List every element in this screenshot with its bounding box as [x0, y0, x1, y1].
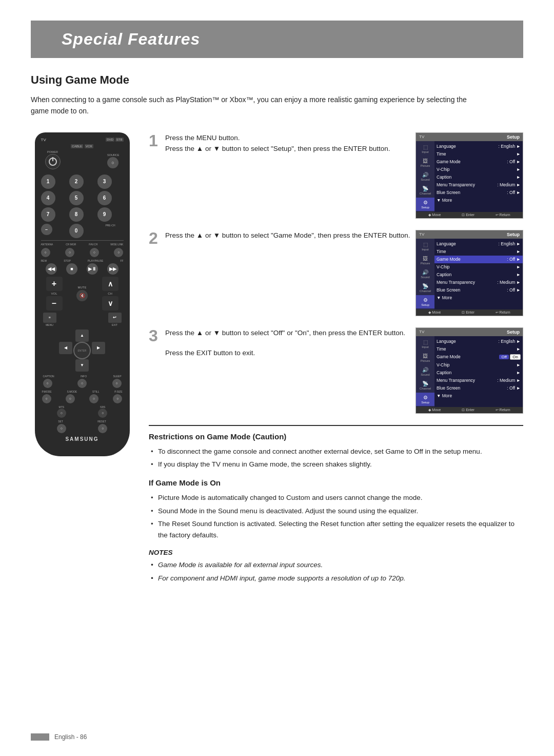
still-button[interactable]: ○: [89, 394, 98, 403]
tv-menu-2-body: ⬚Input 🖼Picture 🔊Sound 📡Channel ⚙Setup L…: [416, 239, 523, 309]
mts-button[interactable]: ○: [57, 409, 66, 418]
psize-button[interactable]: ○: [113, 394, 122, 403]
number-grid-bot: 7 8 9: [41, 207, 124, 222]
icon-sound: 🔊Sound: [416, 170, 434, 183]
cable-label: CABLE: [71, 144, 83, 148]
btn-dash[interactable]: –: [41, 224, 52, 235]
exit-button[interactable]: ↩: [108, 313, 122, 323]
menu-row-bluescreen: Blue Screen: Off ►: [437, 189, 521, 197]
tv-menu-1-footer: ◆ Move⊡ Enter↩ Return: [416, 212, 523, 218]
step-3-exit-text: Press the EXIT button to exit.: [165, 347, 410, 359]
step-1-content: Press the MENU button.Press the ▲ or ▼ b…: [165, 132, 410, 154]
srs-button[interactable]: ○: [98, 409, 107, 418]
tv-menu-3-icons: ⬚Input 🖼Picture 🔊Sound 📡Channel ⚙Setup: [416, 336, 434, 407]
btn-8[interactable]: 8: [69, 207, 84, 222]
icon-input: ⬚Input: [416, 142, 434, 156]
vol-group: + VOL –: [46, 277, 63, 311]
set-button[interactable]: ○: [57, 424, 66, 433]
btn-1[interactable]: 1: [41, 175, 55, 189]
dpad-row-mid: ◀ ENTER ▶: [59, 342, 105, 359]
exit-label: EXIT: [108, 323, 122, 326]
menu-button[interactable]: ≡: [43, 313, 56, 323]
btn-7[interactable]: 7: [41, 207, 55, 222]
game-mode-bullet-1: Picture Mode is automatically changed to…: [149, 492, 523, 503]
menu2-row-language: Language: English ►: [437, 240, 521, 248]
wiselink-button[interactable]: ○: [114, 248, 123, 257]
btn-9[interactable]: 9: [97, 207, 112, 222]
step-3: 3 Press the ▲ or ▼ button to select "Off…: [149, 327, 523, 414]
menu3-row-caption: Caption►: [437, 369, 521, 377]
mode-buttons: ○ ○ ○ ○: [41, 394, 124, 403]
menu-exit-row: ≡ MENU ↩ EXIT: [41, 313, 124, 326]
ff-button[interactable]: ▶▶: [107, 263, 118, 275]
btn-2[interactable]: 2: [69, 175, 84, 189]
sleep-button[interactable]: ○: [112, 379, 122, 388]
ch-label: CH: [108, 292, 112, 295]
footer-text: English - 86: [54, 733, 87, 741]
wiselink-label: WISE LINK: [110, 243, 123, 246]
smode-button[interactable]: ○: [66, 394, 75, 403]
caption-info-sleep-btns: ○ ○ ○: [41, 379, 124, 388]
number-grid-top: 1 2 3: [41, 175, 124, 189]
vol-up-button[interactable]: +: [46, 277, 63, 291]
tv-menu-3-body: ⬚Input 🖼Picture 🔊Sound 📡Channel ⚙Setup L…: [416, 336, 523, 407]
prech-label: PRE-CH: [105, 224, 115, 227]
ch-up-button[interactable]: ∧: [102, 277, 118, 291]
btn-4[interactable]: 4: [41, 191, 55, 205]
tv-menu-2-footer: ◆ Move⊡ Enter↩ Return: [416, 309, 523, 316]
menu-row-time: Time►: [437, 150, 521, 158]
section-title: Using Game Mode: [31, 73, 523, 87]
menu-row-language: Language: English ►: [437, 143, 521, 150]
rew-button[interactable]: ◀◀: [46, 263, 57, 275]
tv-menu-1-tv: TV: [419, 134, 424, 140]
gamemode-off-option: Off: [499, 355, 509, 359]
top-func-buttons: ○ ○ ○ ○: [41, 248, 124, 257]
note-2: For component and HDMI input, game mode …: [149, 573, 523, 584]
mute-button[interactable]: 🔇: [76, 290, 88, 301]
power-icon: [49, 158, 57, 166]
btn-5[interactable]: 5: [69, 191, 84, 205]
icon-sound-3: 🔊Sound: [416, 365, 434, 378]
icon-sound-2: 🔊Sound: [416, 267, 434, 281]
vol-ch-row: + VOL – MUTE 🔇 ∧ CH ∨: [41, 277, 124, 311]
icon-setup: ⚙Setup: [416, 198, 434, 211]
number-grid-zero: – 0 PRE-CH: [41, 224, 124, 238]
btn-0[interactable]: 0: [69, 224, 84, 238]
restrictions-list: To disconnect the game console and conne…: [149, 446, 523, 470]
pmode-button[interactable]: ○: [42, 394, 51, 403]
step-1-number: 1: [149, 132, 160, 149]
stop-label: STOP: [64, 259, 71, 262]
source-button[interactable]: ○: [107, 157, 118, 168]
menu-group: ≡ MENU: [43, 313, 56, 326]
power-button[interactable]: [45, 154, 61, 169]
favch-button[interactable]: ○: [90, 248, 99, 257]
ch-down-button[interactable]: ∨: [102, 296, 118, 311]
still-label: STILL: [92, 390, 99, 393]
menu2-row-gamemode: Game Mode: Off ►: [434, 256, 523, 263]
reset-button[interactable]: ○: [98, 424, 107, 433]
btn-6[interactable]: 6: [97, 191, 112, 205]
dpad-down-button[interactable]: ▼: [75, 359, 89, 372]
intro-text: When connecting to a game console such a…: [31, 94, 472, 117]
set-reset-labels: SET RESET: [41, 420, 124, 423]
tv-menu-2-items: Language: English ► Time► Game Mode: Off…: [434, 239, 523, 309]
btn-3[interactable]: 3: [97, 175, 112, 189]
chmgr-button[interactable]: ○: [65, 248, 74, 257]
step-2-text: Press the ▲ or ▼ button to select "Game …: [165, 230, 410, 241]
playpause-button[interactable]: ▶⏸: [87, 263, 98, 275]
number-grid-mid: 4 5 6: [41, 191, 124, 205]
caption-label: CAPTION: [43, 375, 54, 378]
dpad-up-button[interactable]: ▲: [75, 329, 89, 342]
stop-button[interactable]: ■: [66, 263, 77, 275]
favch-label: FAV.CH: [89, 243, 97, 246]
info-button[interactable]: ○: [77, 379, 87, 388]
dpad-right-button[interactable]: ▶: [92, 342, 105, 354]
antenna-button[interactable]: ○: [41, 248, 50, 257]
vol-label: VOL: [51, 292, 57, 295]
dpad-left-button[interactable]: ◀: [59, 342, 72, 354]
tv-menu-3-footer: ◆ Move⊡ Enter↩ Return: [416, 407, 523, 413]
stb-label: STB: [115, 138, 124, 142]
vol-down-button[interactable]: –: [46, 296, 63, 311]
enter-button[interactable]: ENTER: [73, 342, 91, 359]
caption-button[interactable]: ○: [43, 379, 52, 388]
